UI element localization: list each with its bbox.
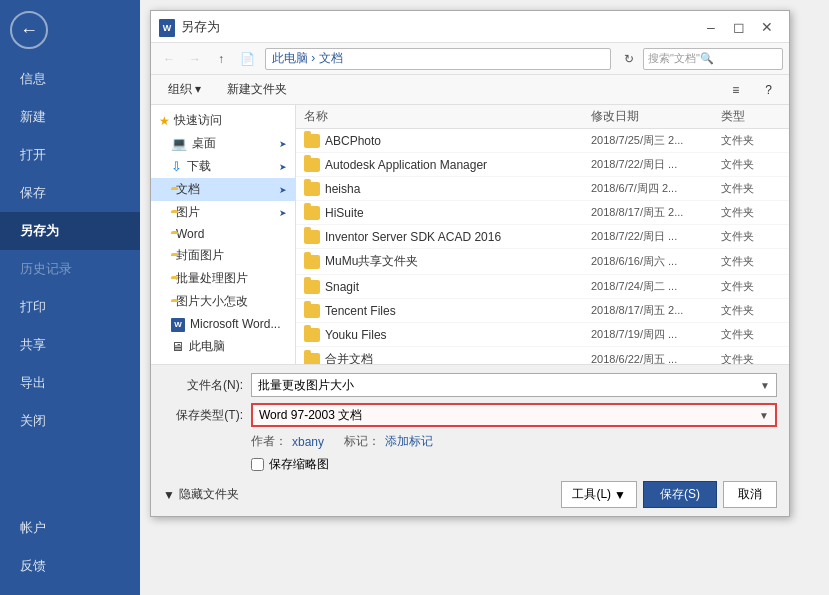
sidebar-item-saveas[interactable]: 另存为 (0, 212, 140, 250)
nav-item-word-app[interactable]: W Microsoft Word... (151, 313, 295, 335)
nav-item-this-pc[interactable]: 🖥 此电脑 (151, 335, 295, 358)
table-row[interactable]: Youku Files 2018/7/19/周四 ... 文件夹 (296, 323, 789, 347)
table-row[interactable]: ABCPhoto 2018/7/25/周三 2... 文件夹 (296, 129, 789, 153)
file-name: Tencent Files (325, 304, 396, 318)
refresh-button[interactable]: ↻ (617, 47, 641, 71)
word-app-icon: W (171, 316, 185, 332)
file-date-cell: 2018/7/22/周日 ... (591, 157, 721, 172)
tools-button[interactable]: 工具(L) ▼ (561, 481, 637, 508)
file-type-cell: 文件夹 (721, 205, 781, 220)
close-button[interactable]: ✕ (753, 14, 781, 40)
sidebar-item-export[interactable]: 导出 (0, 364, 140, 402)
save-button[interactable]: 保存(S) (643, 481, 717, 508)
breadcrumb-bar[interactable]: 此电脑 › 文档 (265, 48, 611, 70)
sidebar-item-new[interactable]: 新建 (0, 98, 140, 136)
left-actions: ▼ 隐藏文件夹 (163, 486, 239, 503)
nav-item-desktop[interactable]: 💻 桌面 ➤ (151, 132, 295, 155)
action-row: ▼ 隐藏文件夹 工具(L) ▼ 保存(S) 取消 (163, 481, 777, 508)
view-files-button[interactable]: 📄 (235, 47, 259, 71)
nav-item-label: 批量处理图片 (176, 270, 248, 287)
file-area: ★ 快速访问 💻 桌面 ➤ ⇩ 下载 ➤ 文档 (151, 105, 789, 365)
dialog-titlebar: W 另存为 – ◻ ✕ (151, 11, 789, 43)
tools-label: 工具(L) (572, 486, 611, 503)
nav-item-download[interactable]: ⇩ 下载 ➤ (151, 155, 295, 178)
nav-panel: ★ 快速访问 💻 桌面 ➤ ⇩ 下载 ➤ 文档 (151, 105, 296, 364)
dialog-bottom: 文件名(N): 批量更改图片大小 ▼ 保存类型(T): Word 97-2003… (151, 365, 789, 516)
view-icon: ≡ (732, 83, 739, 97)
file-name-cell: Snagit (304, 280, 591, 294)
sidebar-item-history: 历史记录 (0, 250, 140, 288)
tools-arrow: ▼ (614, 488, 626, 502)
nav-item-documents[interactable]: 文档 ➤ (151, 178, 295, 201)
nav-item-word[interactable]: Word (151, 224, 295, 244)
file-name-cell: 合并文档 (304, 351, 591, 364)
table-row[interactable]: Tencent Files 2018/8/17/周五 2... 文件夹 (296, 299, 789, 323)
table-row[interactable]: Snagit 2018/7/24/周二 ... 文件夹 (296, 275, 789, 299)
back-button[interactable]: ← (10, 11, 48, 49)
cancel-button[interactable]: 取消 (723, 481, 777, 508)
up-nav-button[interactable]: ↑ (209, 47, 233, 71)
maximize-button[interactable]: ◻ (725, 14, 753, 40)
file-name: MuMu共享文件夹 (325, 253, 418, 270)
file-type-cell: 文件夹 (721, 181, 781, 196)
save-as-dialog: W 另存为 – ◻ ✕ ← → ↑ 📄 此电脑 › 文档 ↻ (150, 10, 790, 517)
back-nav-button[interactable]: ← (157, 47, 181, 71)
filetype-input[interactable]: Word 97-2003 文档 ▼ (251, 403, 777, 427)
help-button[interactable]: ? (756, 80, 781, 100)
sidebar-item-print[interactable]: 打印 (0, 288, 140, 326)
organize-toolbar: 组织 ▾ 新建文件夹 ≡ ? (151, 75, 789, 105)
col-name-header[interactable]: 名称 (304, 108, 591, 125)
sidebar-item-save[interactable]: 保存 (0, 174, 140, 212)
file-type-cell: 文件夹 (721, 254, 781, 269)
file-name-cell: Youku Files (304, 328, 591, 342)
sidebar-item-close[interactable]: 关闭 (0, 402, 140, 440)
table-row[interactable]: Autodesk Application Manager 2018/7/22/周… (296, 153, 789, 177)
table-row[interactable]: heisha 2018/6/7/周四 2... 文件夹 (296, 177, 789, 201)
tags-value[interactable]: 添加标记 (385, 433, 433, 450)
minimize-button[interactable]: – (697, 14, 725, 40)
file-list-area: 名称 修改日期 类型 ABCPhoto 2018/7/25/周三 2... 文件… (296, 105, 789, 364)
file-type-cell: 文件夹 (721, 327, 781, 342)
nav-item-pictures[interactable]: 图片 ➤ (151, 201, 295, 224)
forward-nav-button[interactable]: → (183, 47, 207, 71)
nav-item-label: Microsoft Word... (190, 317, 280, 331)
nav-item-label: Word (176, 227, 204, 241)
sidebar-item-feedback[interactable]: 反馈 (0, 547, 140, 585)
file-date-cell: 2018/7/19/周四 ... (591, 327, 721, 342)
table-row[interactable]: Inventor Server SDK ACAD 2016 2018/7/22/… (296, 225, 789, 249)
nav-item-batch-process[interactable]: 批量处理图片 (151, 267, 295, 290)
nav-item-label: 封面图片 (176, 247, 224, 264)
new-folder-button[interactable]: 新建文件夹 (218, 78, 296, 101)
folder-icon (304, 158, 320, 172)
file-type-cell: 文件夹 (721, 352, 781, 364)
quick-access-header[interactable]: ★ 快速访问 (151, 109, 295, 132)
save-thumbnail-label: 保存缩略图 (269, 456, 329, 473)
thumbnail-row: 保存缩略图 (163, 456, 777, 473)
organize-button[interactable]: 组织 ▾ (159, 78, 210, 101)
table-row[interactable]: 合并文档 2018/6/22/周五 ... 文件夹 (296, 347, 789, 364)
search-bar[interactable]: 搜索"文档" 🔍 (643, 48, 783, 70)
filetype-arrow: ▼ (759, 410, 769, 421)
nav-item-cover-images[interactable]: 封面图片 (151, 244, 295, 267)
filename-input[interactable]: 批量更改图片大小 ▼ (251, 373, 777, 397)
pin-icon: ➤ (279, 139, 287, 149)
file-type-cell: 文件夹 (721, 229, 781, 244)
file-name: Youku Files (325, 328, 387, 342)
author-value[interactable]: xbany (292, 435, 324, 449)
table-row[interactable]: HiSuite 2018/8/17/周五 2... 文件夹 (296, 201, 789, 225)
sidebar-item-share[interactable]: 共享 (0, 326, 140, 364)
sidebar-item-info[interactable]: 信息 (0, 60, 140, 98)
nav-item-resize[interactable]: 图片大小怎改 (151, 290, 295, 313)
table-row[interactable]: MuMu共享文件夹 2018/6/16/周六 ... 文件夹 (296, 249, 789, 275)
file-name: Inventor Server SDK ACAD 2016 (325, 230, 501, 244)
hide-folders-label[interactable]: 隐藏文件夹 (179, 486, 239, 503)
folder-icon (304, 134, 320, 148)
sidebar: ← 信息 新建 打开 保存 另存为 历史记录 打印 共享 导出 关闭 帐户 反馈 (0, 0, 140, 595)
folder-icon (304, 206, 320, 220)
file-name: HiSuite (325, 206, 364, 220)
sidebar-item-open[interactable]: 打开 (0, 136, 140, 174)
author-label: 作者： (251, 433, 287, 450)
view-mode-button[interactable]: ≡ (723, 80, 748, 100)
sidebar-item-account[interactable]: 帐户 (0, 509, 140, 547)
save-thumbnail-checkbox[interactable] (251, 458, 264, 471)
